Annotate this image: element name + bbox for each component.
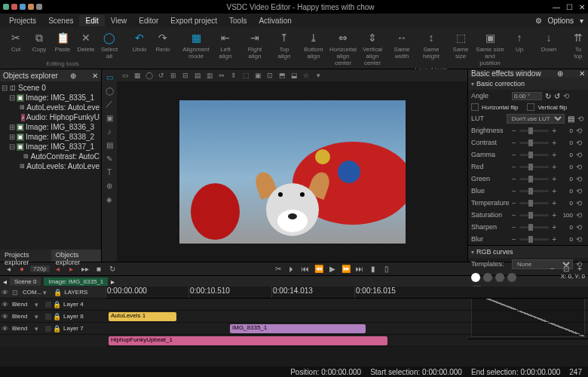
tb-btn[interactable]: ⇔ <box>216 70 227 81</box>
temperature-slider[interactable] <box>519 202 549 204</box>
timeline-clip[interactable]: HiphopFunkyUpbeat_1 <box>109 336 387 345</box>
folder-icon[interactable]: ▤ <box>568 115 574 123</box>
tree-node[interactable]: ⊞▣Image: IMG_8338_2 <box>2 132 100 142</box>
tb-btn[interactable]: ⇕ <box>228 70 239 81</box>
close-button[interactable]: ✕ <box>579 3 585 11</box>
step-back-button[interactable]: ⏪ <box>314 264 324 274</box>
line-tool[interactable]: ／ <box>103 98 115 110</box>
tree-node[interactable]: ♪Audio: HiphopFunkyU <box>2 112 100 122</box>
curve-channel-rgb[interactable] <box>471 273 480 282</box>
left-align-button[interactable]: ⇤Left align <box>211 29 240 66</box>
preview-canvas[interactable] <box>117 81 467 262</box>
tb-btn[interactable]: ▥ <box>204 70 215 81</box>
tree-node[interactable]: ⊟▣Image: IMG_8337_1 <box>2 142 100 152</box>
image-crumb[interactable]: Image: IMG_8335_1 <box>44 277 108 286</box>
tb-btn[interactable]: ▣ <box>253 70 263 81</box>
step-fwd-button[interactable]: ⏩ <box>341 264 351 274</box>
shape-tool[interactable]: ◯ <box>103 84 115 97</box>
reset-icon[interactable]: ⟲ <box>576 175 585 183</box>
close-icon[interactable]: ✕ <box>92 72 98 80</box>
tab-projects-explorer[interactable]: Projects explorer <box>0 250 51 262</box>
right-align-button[interactable]: ⇥Right align <box>240 29 269 66</box>
down-button[interactable]: ↓Down <box>534 29 563 66</box>
marker-button[interactable]: ▮ <box>368 264 378 274</box>
rgb-curves-header[interactable]: RGB curves <box>468 246 588 258</box>
tb-btn[interactable]: ⬓ <box>289 70 299 81</box>
timeline-row[interactable] <box>106 299 588 311</box>
reset-icon[interactable]: ⟲ <box>576 235 585 244</box>
tb-btn[interactable]: ⊞ <box>168 70 179 81</box>
same-size-position-button[interactable]: ▣Same size and position <box>476 29 504 66</box>
reset-icon[interactable]: ⟲ <box>576 127 585 135</box>
marker2-button[interactable]: ▯ <box>381 264 392 274</box>
lut-select[interactable]: Don't use LUT <box>507 114 565 124</box>
zoom-fit-button[interactable]: ⊡ <box>561 264 571 274</box>
eye-icon[interactable]: 👁 <box>2 289 11 296</box>
same-width-button[interactable]: ↔Same width <box>387 29 416 66</box>
audio-tool[interactable]: ♪ <box>103 125 115 137</box>
tree-node[interactable]: ⊟◫Scene 0 <box>2 83 100 93</box>
up-button[interactable]: ↑Up <box>505 29 534 66</box>
skip-start-button[interactable]: ⏮ <box>300 264 311 274</box>
menu-view[interactable]: View <box>105 15 133 26</box>
angle-input[interactable] <box>512 92 542 100</box>
reset-icon[interactable]: ⟲ <box>576 223 585 231</box>
tree-node[interactable]: ⊞AutoLevels: AutoLeve <box>2 161 100 171</box>
timeline-track[interactable]: 👁Blend▾🔒Layer 8 <box>0 311 106 323</box>
menu-editor[interactable]: Editor <box>133 15 164 26</box>
zoom-out-button[interactable]: − <box>547 264 558 274</box>
tb-btn[interactable]: ▦ <box>132 70 142 81</box>
tree-node[interactable]: ⊞▣Image: IMG_8336_3 <box>2 122 100 132</box>
copy-button[interactable]: ⧉Copy <box>28 29 51 60</box>
curve-channel-r[interactable] <box>483 273 492 282</box>
basic-correction-header[interactable]: Basic correction <box>468 78 588 90</box>
rotate-cw-icon[interactable]: ↻ <box>545 92 551 100</box>
pointer-tool[interactable]: ▭ <box>103 71 115 83</box>
menu-activation[interactable]: Activation <box>253 15 297 26</box>
timeline-track[interactable]: 👁Blend▾🔒Layer 4 <box>0 299 106 311</box>
eye-icon[interactable]: 👁 <box>2 325 11 333</box>
tb-btn[interactable]: ⊟ <box>180 70 191 81</box>
reset-icon[interactable]: ⟲ <box>563 92 572 100</box>
prev-button[interactable]: ◂ <box>53 264 63 274</box>
counter-tool[interactable]: ⊕ <box>103 179 115 192</box>
gear-icon[interactable]: ⚙ <box>535 17 542 25</box>
curve-channel-b[interactable] <box>507 273 516 282</box>
close-icon[interactable]: ✕ <box>579 69 585 78</box>
tb-btn[interactable]: ◯ <box>144 70 155 81</box>
blur-slider[interactable] <box>519 238 549 241</box>
tree-node[interactable]: ⊞AutoContrast: AutoC <box>2 152 100 161</box>
tb-btn[interactable]: ⬚ <box>240 70 251 81</box>
tb-btn[interactable]: ↺ <box>156 70 167 81</box>
next-scene-button[interactable]: ▸ <box>111 277 115 286</box>
play2-button[interactable]: ▶ <box>327 264 338 274</box>
play-button[interactable]: ▸ <box>66 264 77 274</box>
eye-icon[interactable]: 👁 <box>2 313 11 320</box>
reset-icon[interactable]: ⟲ <box>576 139 585 147</box>
objects-tree[interactable]: ⊟◫Scene 0⊟▣Image: IMG_8335_1⊞AutoLevels:… <box>0 81 101 250</box>
reset-icon[interactable]: ⟲ <box>576 187 585 195</box>
misc-tool[interactable]: ◈ <box>103 193 115 205</box>
green-slider[interactable] <box>519 178 549 180</box>
chart-tool[interactable]: ▤ <box>103 139 115 151</box>
speed-button[interactable]: ⏵ <box>286 264 297 274</box>
tab-objects-explorer[interactable]: Objects explorer <box>51 250 101 262</box>
cut-button[interactable]: ✂Cut <box>5 29 27 60</box>
select-all-button[interactable]: ◯Select all <box>98 29 121 60</box>
paint-tool[interactable]: ✎ <box>103 152 115 164</box>
tree-node[interactable]: ⊞AutoLevels: AutoLeve <box>2 103 100 112</box>
same-height-button[interactable]: ↕Same height <box>417 29 446 66</box>
alignment-mode-button[interactable]: ▦Alignment mode <box>182 29 210 66</box>
paste-button[interactable]: 📋Paste <box>51 29 74 60</box>
top-align-button[interactable]: ⤒Top align <box>270 29 299 66</box>
menu-scenes[interactable]: Scenes <box>42 15 79 26</box>
record-button[interactable]: ● <box>17 264 27 274</box>
same-size-button[interactable]: ⬚Same size <box>446 29 475 66</box>
timeline-row[interactable]: AutoLevels 1 <box>106 311 588 323</box>
tb-btn[interactable]: ⊡ <box>265 70 275 81</box>
vflip-checkbox[interactable] <box>527 103 534 111</box>
vertical-align-center-button[interactable]: ⇕Vertical align center <box>358 29 387 66</box>
text-tool[interactable]: T <box>103 166 115 178</box>
timeline-row[interactable]: HiphopFunkyUpbeat_1 <box>106 335 588 347</box>
timeline-clip[interactable]: AutoLevels 1 <box>109 312 176 321</box>
